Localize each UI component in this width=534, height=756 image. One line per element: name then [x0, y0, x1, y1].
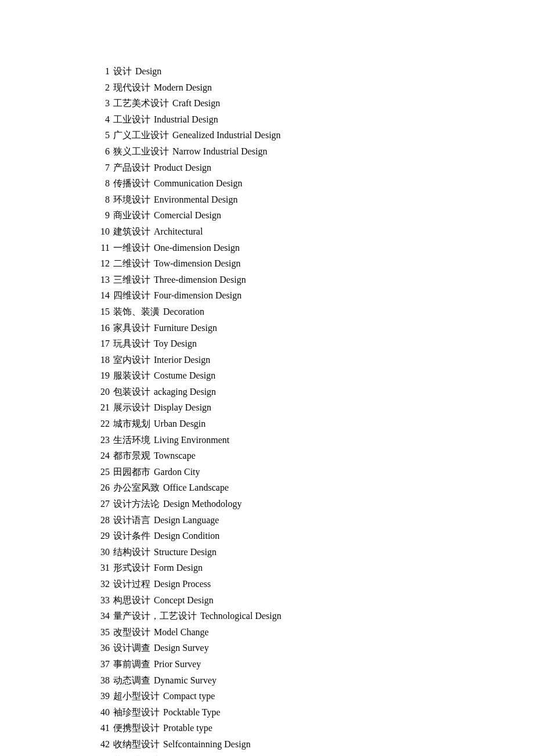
entry-number: 24 [96, 448, 110, 463]
entry-english: Toy Design [154, 336, 197, 351]
entry-number: 37 [96, 657, 110, 672]
entry-english: Comercial Design [154, 208, 221, 223]
entry-chinese: 收纳型设计 [113, 737, 160, 752]
entry-chinese: 玩具设计 [113, 336, 150, 351]
term-entry: 22城市规划Urban Desgin [96, 416, 444, 431]
term-entry: 8环境设计Environmental Design [96, 192, 444, 207]
entry-chinese: 产品设计 [113, 160, 150, 175]
term-entry: 32设计过程Design Process [96, 577, 444, 592]
entry-english: Dynamic Survey [154, 673, 217, 688]
term-entry: 36设计调查Design Survey [96, 640, 444, 656]
entry-number: 13 [96, 272, 110, 287]
entry-chinese: 袖珍型设计 [113, 705, 160, 720]
entry-chinese: 设计 [113, 64, 132, 79]
entry-number: 43 [96, 753, 110, 756]
entry-number: 7 [96, 160, 110, 175]
entry-chinese: 设计语言 [113, 513, 150, 528]
entry-chinese: 展示设计 [113, 400, 150, 415]
entry-number: 9 [96, 208, 110, 223]
entry-chinese: 设计调查 [113, 640, 150, 656]
entry-chinese: 一维设计 [113, 240, 150, 255]
term-entry: 12二维设计Tow-dimension Design [96, 256, 444, 271]
term-entry: 33构思设计Concept Design [96, 593, 444, 608]
entry-number: 23 [96, 433, 110, 448]
term-entry: 34量产设计，工艺设计Technological Design [96, 609, 444, 624]
entry-number: 15 [96, 304, 110, 319]
entry-number: 38 [96, 673, 110, 688]
entry-chinese: 包装设计 [113, 384, 150, 399]
term-entry: 2现代设计Modern Design [96, 80, 444, 95]
term-entry: 28设计语言Design Language [96, 513, 444, 528]
entry-number: 28 [96, 513, 110, 528]
entry-english: Gardon City [154, 465, 200, 480]
term-entry: 24都市景观Townscape [96, 448, 444, 463]
entry-english: Townscape [154, 448, 196, 463]
entry-number: 36 [96, 640, 110, 656]
term-entry: 30结构设计Structure Design [96, 545, 444, 560]
term-entry: 27设计方法论Design Methodology [96, 496, 444, 512]
term-entry: 16家具设计Furniture Design [96, 321, 444, 336]
entry-chinese: 工艺美术设计 [113, 96, 169, 111]
entry-english: Three-dimension Design [154, 272, 246, 287]
term-entry: 41便携型设计Protable type [96, 721, 444, 736]
term-entry: 39超小型设计Compact type [96, 689, 444, 704]
entry-chinese: 装配式设计 [113, 753, 160, 756]
term-entry: 37事前调查Prior Survey [96, 657, 444, 672]
term-entry: 31形式设计Form Design [96, 560, 444, 575]
entry-english: ackaging Design [154, 384, 216, 399]
entry-chinese: 设计方法论 [113, 496, 160, 512]
entry-english: Product Design [154, 160, 211, 175]
entry-chinese: 城市规划 [113, 416, 150, 431]
entry-number: 41 [96, 721, 110, 736]
entry-chinese: 装饰、装潢 [113, 304, 160, 319]
term-entry: 15装饰、装潢Decoration [96, 304, 444, 319]
entry-english: Structure Design [154, 545, 217, 560]
entry-chinese: 现代设计 [113, 80, 150, 95]
entry-chinese: 田园都市 [113, 465, 150, 480]
entry-number: 32 [96, 577, 110, 592]
term-entry: 18室内设计Interior Design [96, 352, 444, 368]
term-entry: 5广义工业设计Genealized Industrial Design [96, 128, 444, 143]
entry-english: Narrow Industrial Design [172, 144, 268, 159]
entry-chinese: 动态调查 [113, 673, 150, 688]
entry-chinese: 便携型设计 [113, 721, 160, 736]
entry-chinese: 二维设计 [113, 256, 150, 271]
entry-english: Tow-dimension Design [154, 256, 241, 271]
entry-number: 39 [96, 689, 110, 704]
entry-english: Technological Design [200, 609, 282, 624]
entry-number: 16 [96, 321, 110, 336]
entry-number: 26 [96, 480, 110, 495]
entry-number: 34 [96, 609, 110, 624]
entry-chinese: 事前调查 [113, 657, 150, 672]
entry-number: 4 [96, 112, 110, 127]
entry-english: Design [135, 64, 161, 79]
entry-english: Urban Desgin [154, 416, 205, 431]
entry-english: Costume Design [154, 368, 215, 383]
term-entry: 19服装设计Costume Design [96, 368, 444, 383]
entry-english: One-dimension Design [154, 240, 240, 255]
term-entry: 26办公室风致Office Landscape [96, 480, 444, 495]
entry-english: Modern Design [154, 80, 212, 95]
entry-english: Compact type [163, 689, 215, 704]
entry-number: 30 [96, 545, 110, 560]
term-entry: 20包装设计ackaging Design [96, 384, 444, 399]
entry-number: 2 [96, 80, 110, 95]
entry-number: 40 [96, 705, 110, 720]
entry-number: 19 [96, 368, 110, 383]
entry-english: Display Design [154, 400, 211, 415]
entry-english: Form Design [154, 560, 203, 575]
entry-chinese: 建筑设计 [113, 224, 150, 239]
term-entry: 6狭义工业设计Narrow Industrial Design [96, 144, 444, 159]
entry-chinese: 室内设计 [113, 352, 150, 368]
term-entry: 10建筑设计Architectural [96, 224, 444, 239]
entry-number: 35 [96, 625, 110, 640]
entry-number: 5 [96, 128, 110, 143]
entry-chinese: 生活环境 [113, 433, 150, 448]
entry-chinese: 办公室风致 [113, 480, 160, 495]
entry-number: 8 [96, 192, 110, 207]
entry-number: 27 [96, 496, 110, 512]
term-entry: 43装配式设计Knock Down Type [96, 753, 444, 756]
entry-number: 31 [96, 560, 110, 575]
term-entry: 21展示设计Display Design [96, 400, 444, 415]
entry-number: 18 [96, 352, 110, 368]
